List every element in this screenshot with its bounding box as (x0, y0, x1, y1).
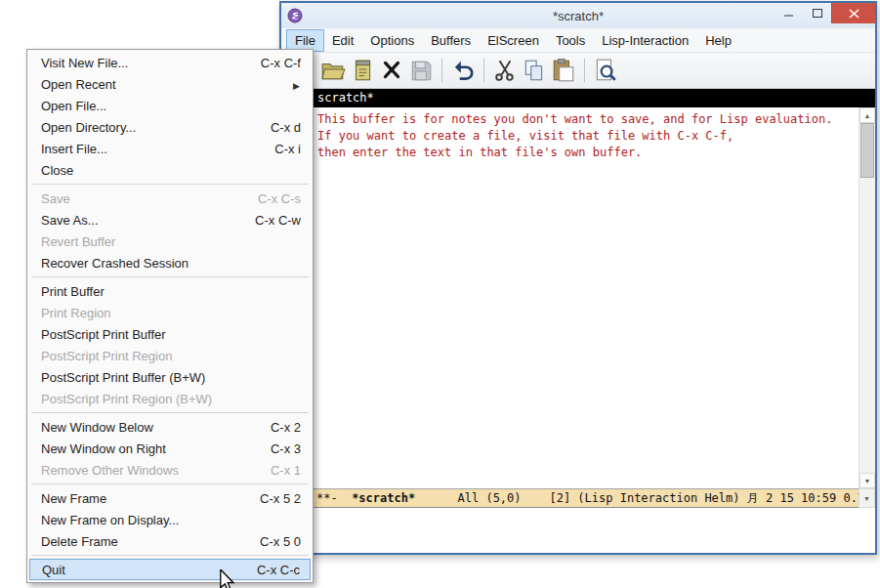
menu-item[interactable]: Print Region (29, 302, 311, 323)
file-menu: Visit New File... C-x C-f Open Recent Op… (26, 49, 314, 583)
menu-item[interactable]: Visit New File... C-x C-f (29, 52, 311, 73)
copy-icon (522, 58, 547, 83)
buffer-line: then enter the text in that file's own b… (317, 146, 852, 162)
menubar-item[interactable]: Lisp-Interaction (594, 30, 696, 51)
menu-item[interactable]: New Frame on Display... (29, 509, 311, 530)
emacs-app-icon (287, 8, 303, 23)
modeline-row: **- *scratch* All (5,0) [2] (Lisp Intera… (281, 488, 875, 508)
window-controls (775, 3, 875, 23)
menubar-item[interactable]: Buffers (423, 30, 479, 51)
buffer-line: This buffer is for notes you don't want … (317, 112, 852, 129)
menu-item[interactable]: New Window Below C-x 2 (29, 416, 311, 438)
menu-item-label: PostScript Print Region (B+W) (41, 392, 301, 406)
menubar-item[interactable]: Edit (324, 30, 361, 51)
menu-item-label: New Window Below (41, 420, 271, 435)
menu-item[interactable]: Print Buffer (29, 280, 311, 302)
scroll-down-button-small[interactable] (859, 488, 875, 508)
menu-item-shortcut: C-x 5 0 (260, 534, 301, 549)
menu-item[interactable]: Remove Other Windows C-x 1 (29, 459, 311, 481)
menu-item[interactable]: Quit C-x C-c (29, 559, 311, 580)
buffer-area[interactable]: This buffer is for notes you don't want … (281, 107, 875, 488)
menu-item-shortcut: C-x C-f (261, 56, 301, 70)
tab-label: scratch* (317, 91, 374, 105)
menu-item[interactable]: PostScript Print Region (29, 345, 311, 366)
menu-item-shortcut: C-x C-w (255, 213, 301, 228)
menu-item[interactable]: Save As... C-x C-w (29, 209, 311, 231)
menu-item[interactable]: Open File... (29, 95, 311, 116)
menu-item[interactable]: Recover Crashed Session (29, 252, 311, 273)
cut-scissors-icon (492, 58, 518, 83)
paste-button[interactable] (549, 56, 578, 85)
close-icon (849, 9, 859, 19)
cut-button[interactable] (490, 56, 520, 85)
emacs-window: *scratch* File Edit Options (279, 1, 877, 555)
menu-item[interactable]: New Window on Right C-x 3 (29, 438, 311, 459)
menu-item-shortcut: C-x C-c (257, 563, 300, 577)
maximize-button[interactable] (803, 3, 831, 23)
menu-item-shortcut: C-x C-s (258, 191, 301, 206)
menu-item-label: Remove Other Windows (41, 463, 271, 478)
menu-item[interactable]: New Frame C-x 5 2 (29, 487, 311, 509)
buffer-line: If you want to create a file, visit that… (317, 129, 852, 146)
undo-button[interactable] (448, 56, 478, 85)
menubar-item[interactable]: Options (362, 30, 422, 51)
menu-item[interactable]: Revert Buffer (29, 231, 311, 252)
menu-item (29, 481, 311, 487)
menu-item-label: Save As... (41, 213, 255, 228)
menu-item-label: Open Directory... (41, 120, 271, 135)
menu-item-label: Delete Frame (41, 534, 260, 549)
echo-area[interactable] (281, 508, 875, 553)
search-magnifier-icon (593, 58, 618, 83)
copy-button[interactable] (520, 56, 549, 85)
menu-item[interactable]: Insert File... C-x i (29, 138, 311, 159)
menu-item-label: Open Recent (41, 77, 285, 92)
menu-item-shortcut: C-x 5 2 (260, 491, 301, 506)
menu-item (29, 552, 311, 559)
menu-item-shortcut: C-x d (271, 120, 301, 135)
titlebar[interactable]: *scratch* (281, 3, 875, 28)
menu-item-label: Close (41, 163, 301, 178)
close-x-icon (379, 58, 404, 83)
menu-item[interactable]: PostScript Print Buffer (29, 323, 311, 345)
open-file-button[interactable] (318, 56, 348, 85)
menu-item-label: Insert File... (41, 142, 274, 156)
menu-item[interactable]: PostScript Print Region (B+W) (29, 388, 311, 409)
modeline-position: All (5,0) (415, 491, 549, 505)
modeline-buffer-name: *scratch* (352, 491, 415, 505)
toolbar-separator (483, 59, 484, 82)
menu-item-label: Visit New File... (41, 56, 261, 70)
scrollbar-thumb[interactable] (860, 123, 874, 178)
tab-bar[interactable]: scratch* (281, 89, 875, 107)
save-button (406, 56, 436, 85)
search-button[interactable] (591, 56, 620, 85)
undo-icon (450, 58, 476, 83)
menu-item[interactable]: Close (29, 159, 311, 181)
scroll-up-button[interactable] (859, 107, 875, 123)
menu-item-label: New Window on Right (41, 441, 271, 456)
menubar-item[interactable]: Help (697, 30, 739, 51)
close-buffer-button[interactable] (377, 56, 406, 85)
minimize-button[interactable] (775, 3, 803, 23)
menu-item (29, 409, 311, 416)
menubar-item[interactable]: File (287, 30, 323, 51)
menubar-item[interactable]: ElScreen (480, 30, 547, 51)
buffer-text: This buffer is for notes you don't want … (281, 107, 875, 162)
modeline-modes-and-time: [2] (Lisp Interaction Helm) 月 2 15 10:59… (549, 490, 859, 507)
scrollbar[interactable] (859, 107, 875, 488)
notepad-icon (350, 58, 375, 83)
close-button[interactable] (831, 3, 875, 23)
menu-item-label: Print Buffer (41, 284, 301, 299)
screen: *scratch* File Edit Options (0, 0, 880, 588)
menu-item-label: PostScript Print Buffer (41, 327, 301, 342)
scroll-down-button[interactable] (859, 473, 875, 488)
menubar-item[interactable]: Tools (548, 30, 593, 51)
minimize-icon (784, 9, 794, 18)
open-directory-button[interactable] (348, 56, 377, 85)
menu-item[interactable]: Save C-x C-s (29, 188, 311, 209)
menu-item[interactable]: Open Recent (29, 73, 311, 95)
menu-item-label: New Frame (41, 491, 260, 506)
menu-item[interactable]: Open Directory... C-x d (29, 116, 311, 138)
menubar: File Edit Options Buffers ElScreen Tools… (281, 28, 875, 52)
menu-item[interactable]: Delete Frame C-x 5 0 (29, 530, 311, 552)
menu-item[interactable]: PostScript Print Buffer (B+W) (29, 366, 311, 388)
